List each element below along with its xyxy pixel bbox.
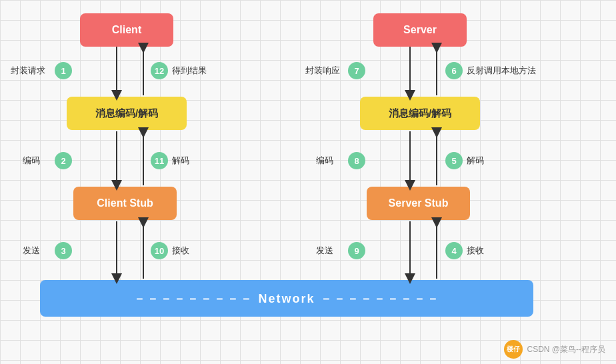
logo-icon: 楼仔 <box>504 340 523 359</box>
step-10-circle: 10 <box>151 242 168 259</box>
step-3-circle: 3 <box>55 242 72 259</box>
credit-text: CSDN @菜鸟--程序员 <box>527 344 605 355</box>
server-stub-box: Server Stub <box>367 187 470 220</box>
step-12-circle: 12 <box>151 62 168 79</box>
step-8-label: 编码 <box>316 155 333 167</box>
server-box: Server <box>373 13 467 47</box>
step-7-label: 封装响应 <box>305 65 340 77</box>
diagram-container: Client Server 消息编码/解码 消息编码/解码 Client Stu… <box>0 0 616 364</box>
step-6-circle: 6 <box>445 62 463 79</box>
step-12-label: 得到结果 <box>172 65 207 77</box>
step-4-circle: 4 <box>445 242 463 259</box>
step-2-circle: 2 <box>55 152 72 169</box>
network-label: －－－－－－－－－ Network －－－－－－－－－ <box>133 291 439 307</box>
server-encoder-box: 消息编码/解码 <box>360 97 480 130</box>
logo-text: 楼仔 <box>507 345 520 354</box>
step-2-label: 编码 <box>23 155 40 167</box>
step-5-circle: 5 <box>445 152 463 169</box>
step-10-label: 接收 <box>172 245 189 257</box>
client-label: Client <box>112 24 141 36</box>
step-1-label: 封装请求 <box>11 65 45 77</box>
step-7-circle: 7 <box>348 62 365 79</box>
client-encoder-box: 消息编码/解码 <box>67 97 187 130</box>
client-encoder-label: 消息编码/解码 <box>95 107 158 120</box>
client-box: Client <box>80 13 173 47</box>
server-stub-label: Server Stub <box>389 197 449 209</box>
step-9-circle: 9 <box>348 242 365 259</box>
client-stub-box: Client Stub <box>73 187 177 220</box>
footer: 楼仔 CSDN @菜鸟--程序员 <box>504 340 605 359</box>
step-6-label: 反射调用本地方法 <box>467 65 536 77</box>
step-3-label: 发送 <box>23 245 40 257</box>
server-encoder-label: 消息编码/解码 <box>389 107 451 120</box>
client-stub-label: Client Stub <box>97 197 153 209</box>
step-8-circle: 8 <box>348 152 365 169</box>
step-5-label: 解码 <box>467 155 484 167</box>
step-11-label: 解码 <box>172 155 189 167</box>
step-11-circle: 11 <box>151 152 168 169</box>
network-box: －－－－－－－－－ Network －－－－－－－－－ <box>40 280 533 317</box>
step-4-label: 接收 <box>467 245 484 257</box>
step-9-label: 发送 <box>316 245 333 257</box>
server-label: Server <box>403 24 437 36</box>
step-1-circle: 1 <box>55 62 72 79</box>
